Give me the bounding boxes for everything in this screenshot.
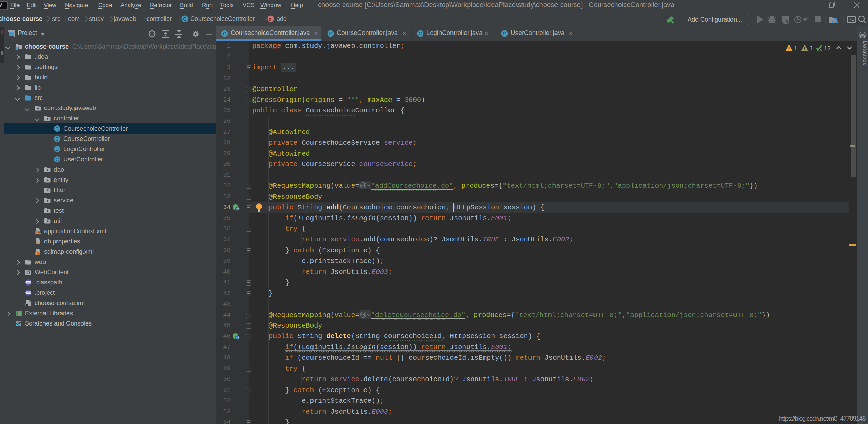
svg-text:C: C <box>55 126 59 131</box>
svg-text:C: C <box>223 31 226 36</box>
svg-text:C: C <box>55 136 59 142</box>
svg-text:C: C <box>329 31 332 36</box>
svg-text:C: C <box>183 16 186 22</box>
svg-text:m: m <box>269 16 273 22</box>
svg-text:C: C <box>503 31 506 36</box>
svg-text:12: 12 <box>824 45 831 52</box>
svg-text:C: C <box>55 147 59 152</box>
svg-text:C: C <box>55 157 59 162</box>
svg-text:C: C <box>419 31 422 36</box>
svg-text:1: 1 <box>810 45 813 52</box>
svg-text:1: 1 <box>794 45 797 52</box>
svg-text:<>: <> <box>36 252 40 255</box>
